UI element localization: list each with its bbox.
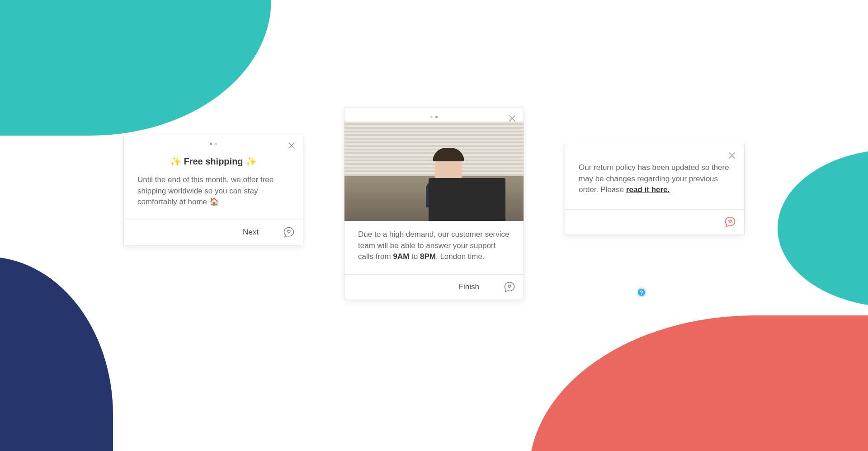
image-monitor [429, 178, 505, 221]
close-icon [727, 150, 737, 160]
feedback-button[interactable] [723, 215, 737, 229]
help-icon: ? [640, 289, 643, 296]
time-end: 8PM [420, 252, 436, 261]
popup-free-shipping: ✨ Free shipping ✨ Until the end of this … [123, 135, 303, 245]
pagination-dot-2[interactable] [435, 116, 438, 118]
sparkle-icon: ✨ [170, 156, 184, 166]
popup-header [565, 143, 744, 162]
close-button[interactable] [286, 140, 297, 151]
popup-body: Our return policy has been updated so th… [565, 162, 744, 209]
popup-footer: Finish [344, 274, 524, 300]
title-text: Free shipping [184, 156, 243, 166]
pagination-dots [430, 116, 438, 118]
image-window [344, 122, 524, 179]
popup-text: Until the end of this month, we offer fr… [137, 174, 289, 208]
feedback-button[interactable] [503, 280, 516, 294]
popup-return-policy: Our return policy has been updated so th… [565, 143, 745, 235]
close-icon [287, 141, 297, 150]
popup-footer: Next [124, 220, 303, 245]
popup-header [344, 108, 524, 123]
close-button[interactable] [726, 150, 738, 161]
feedback-button[interactable] [282, 226, 296, 239]
body-text-post: , London time. [436, 252, 485, 261]
pagination-dot-1[interactable] [430, 116, 433, 118]
popup-title: ✨ Free shipping ✨ [137, 155, 289, 168]
popup-footer [565, 209, 744, 235]
help-badge[interactable]: ? [637, 287, 646, 297]
pagination-dot-2[interactable] [215, 143, 217, 145]
pagination-dots [210, 143, 217, 145]
heart-chat-icon [724, 216, 736, 228]
pagination-dot-1[interactable] [210, 143, 212, 145]
popup-image [344, 122, 524, 221]
popup-customer-service: Due to a high demand, our customer servi… [344, 108, 524, 300]
sparkle-icon: ✨ [243, 156, 257, 166]
time-start: 9AM [393, 252, 409, 261]
popup-header [124, 135, 303, 150]
next-button[interactable]: Next [227, 225, 274, 240]
popup-body: ✨ Free shipping ✨ Until the end of this … [124, 150, 303, 220]
read-it-here-link[interactable]: read it here. [626, 185, 670, 194]
cards-stage: ✨ Free shipping ✨ Until the end of this … [0, 0, 868, 451]
heart-chat-icon [283, 226, 295, 239]
body-text-mid: to [409, 252, 420, 261]
popup-body: Due to a high demand, our customer servi… [344, 221, 524, 274]
heart-chat-icon [503, 281, 516, 293]
finish-button[interactable]: Finish [443, 280, 495, 294]
